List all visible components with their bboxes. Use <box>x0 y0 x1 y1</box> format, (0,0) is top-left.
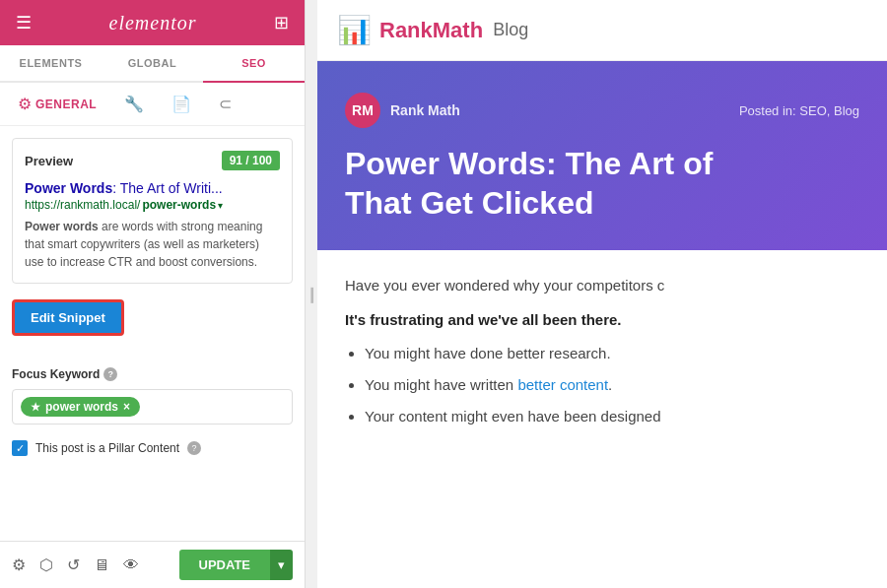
hamburger-menu-icon[interactable]: ☰ <box>16 12 32 33</box>
subtab-general-label: GENERAL <box>35 98 97 111</box>
sidebar-footer: ⚙ ⬡ ↺ 🖥 👁 UPDATE ▾ <box>0 541 305 588</box>
main-content: 📊 RankMath Blog RM Rank Math Posted in: … <box>317 0 887 588</box>
tab-global[interactable]: GLOBAL <box>102 45 203 83</box>
update-dropdown-button[interactable]: ▾ <box>270 550 293 580</box>
topbar: ☰ elementor ⊞ <box>0 0 305 45</box>
keyword-tag: ★ power words × <box>21 397 140 417</box>
focus-keyword-help-icon[interactable]: ? <box>103 367 117 381</box>
sub-tabs: ⚙ GENERAL 🔧 📄 ⊂ <box>0 83 305 126</box>
author-avatar: RM <box>345 93 380 128</box>
preview-card: Preview 91 / 100 Power Words: The Art of… <box>12 138 293 284</box>
better-content-link[interactable]: better content <box>517 376 608 393</box>
hero-title: Power Words: The Art of That Get Clicked <box>345 144 859 223</box>
wrench-icon: 🔧 <box>124 95 144 113</box>
rankmath-logo-text: RankMath <box>379 18 483 43</box>
list-item: Your content might even have been design… <box>365 405 859 428</box>
rank-text: Rank <box>379 18 433 42</box>
article-intro: Have you ever wondered why your competit… <box>345 274 859 297</box>
preview-url: https://rankmath.local/power-words ▾ <box>25 198 280 212</box>
seo-score-badge: 91 / 100 <box>222 151 280 170</box>
list-item: You might have done better research. <box>365 342 859 365</box>
update-button[interactable]: UPDATE <box>179 550 270 580</box>
preview-title-rest: : The Art of Writi... <box>112 180 223 196</box>
bullet-text-before: You might have written <box>365 376 517 393</box>
subtab-page[interactable]: 📄 <box>166 91 197 117</box>
responsive-footer-icon[interactable]: 🖥 <box>94 556 109 574</box>
focus-keyword-section: Focus Keyword ? ★ power words × <box>12 367 293 425</box>
pillar-checkbox[interactable]: ✓ <box>12 440 28 456</box>
url-base: https://rankmath.local/ <box>25 198 140 212</box>
pillar-label: This post is a Pillar Content <box>35 441 179 455</box>
rankmath-logo: 📊 RankMath <box>337 14 483 46</box>
share-icon: ⊂ <box>219 95 232 113</box>
pillar-help-icon[interactable]: ? <box>187 441 201 455</box>
sidebar-content: Preview 91 / 100 Power Words: The Art of… <box>0 126 305 541</box>
gear-icon: ⚙ <box>18 95 32 113</box>
tab-elements[interactable]: ELEMENTS <box>0 45 102 83</box>
article-list: You might have done better research. You… <box>345 342 859 428</box>
focus-keyword-label-text: Focus Keyword <box>12 367 100 381</box>
footer-icons: ⚙ ⬡ ↺ 🖥 👁 <box>12 555 139 574</box>
sidebar: ☰ elementor ⊞ ELEMENTS GLOBAL SEO ⚙ GENE… <box>0 0 306 588</box>
hero-title-line1: Power Words: The Art of <box>345 144 859 183</box>
focus-keyword-label: Focus Keyword ? <box>12 367 293 381</box>
preview-description: Power words are words with strong meanin… <box>25 218 280 271</box>
keyword-tag-close-icon[interactable]: × <box>123 400 130 414</box>
preview-label: Preview <box>25 154 73 168</box>
article-content: Have you ever wondered why your competit… <box>317 250 887 460</box>
keyword-tag-text: power words <box>45 400 118 414</box>
preview-desc-bold: Power words <box>25 220 99 233</box>
blog-label: Blog <box>493 20 528 40</box>
checkmark-icon: ✓ <box>16 442 25 455</box>
elementor-logo: elementor <box>109 12 197 34</box>
preview-seo-title: Power Words: The Art of Writi... <box>25 180 280 196</box>
grid-icon[interactable]: ⊞ <box>274 12 289 33</box>
update-btn-group: UPDATE ▾ <box>179 550 293 580</box>
page-icon: 📄 <box>171 95 191 113</box>
math-text: Math <box>433 18 483 42</box>
hero-meta: RM Rank Math Posted in: SEO, Blog <box>345 93 859 128</box>
posted-in: Posted in: SEO, Blog <box>739 103 859 118</box>
history-footer-icon[interactable]: ↺ <box>67 555 80 574</box>
subtab-share[interactable]: ⊂ <box>213 91 238 117</box>
url-slug: power-words <box>142 198 216 212</box>
subtab-general[interactable]: ⚙ GENERAL <box>12 91 102 117</box>
pillar-content-row: ✓ This post is a Pillar Content ? <box>12 440 293 456</box>
hero-title-line2: That Get Clicked <box>345 183 859 223</box>
preview-title-bold: Power Words <box>25 180 112 196</box>
star-icon: ★ <box>31 401 40 414</box>
hero-banner: RM Rank Math Posted in: SEO, Blog Power … <box>317 61 887 250</box>
keyword-input-box[interactable]: ★ power words × <box>12 389 293 425</box>
preview-footer-icon[interactable]: 👁 <box>123 556 139 574</box>
tab-seo[interactable]: SEO <box>203 45 305 83</box>
bullet-text-after: . <box>608 376 612 393</box>
url-arrow-icon: ▾ <box>218 200 223 211</box>
author-name: Rank Math <box>390 102 460 118</box>
rankmath-header: 📊 RankMath Blog <box>317 0 887 61</box>
edit-snippet-button[interactable]: Edit Snippet <box>12 299 124 336</box>
edit-snippet-wrapper: Edit Snippet <box>12 299 293 352</box>
resize-handle[interactable]: ❙ <box>306 0 317 588</box>
preview-header: Preview 91 / 100 <box>25 151 280 170</box>
settings-footer-icon[interactable]: ⚙ <box>12 555 26 574</box>
list-item: You might have written better content. <box>365 373 859 397</box>
rankmath-logo-icon: 📊 <box>337 14 372 46</box>
layers-footer-icon[interactable]: ⬡ <box>39 555 53 574</box>
article-bold-text: It's frustrating and we've all been ther… <box>345 311 859 328</box>
main-tabs: ELEMENTS GLOBAL SEO <box>0 45 305 83</box>
subtab-wrench[interactable]: 🔧 <box>118 91 150 117</box>
